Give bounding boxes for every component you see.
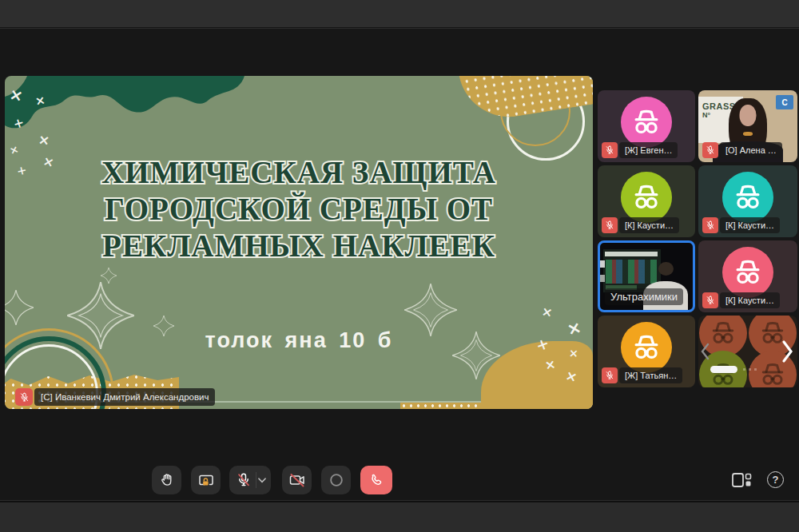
share-screen-lock-icon bbox=[197, 470, 216, 490]
previous-page-arrow-icon[interactable] bbox=[700, 342, 710, 361]
person-scarf bbox=[743, 132, 753, 136]
participant-name-text: [К] Каусти… bbox=[720, 292, 780, 308]
hand-icon bbox=[158, 471, 176, 489]
participant-name-text: [К] Каусти… bbox=[619, 217, 679, 233]
more-participants-pill bbox=[710, 366, 737, 373]
share-screen-button[interactable] bbox=[191, 466, 221, 494]
participant-name-label: [Ж] Евген… bbox=[602, 142, 678, 158]
participant-tile[interactable]: [К] Каусти… bbox=[598, 165, 695, 237]
mic-muted-icon bbox=[702, 217, 718, 233]
participant-tile[interactable]: [Ж] Евген… bbox=[598, 90, 695, 162]
incognito-icon bbox=[706, 316, 740, 350]
camera-off-button[interactable] bbox=[282, 466, 312, 494]
participant-tile[interactable]: [К] Каусти… bbox=[698, 240, 797, 312]
presenter-name-label: [С] Иванкевич Дмитрий Александрович bbox=[15, 388, 215, 406]
participant-name-text: [О] Алена … bbox=[720, 142, 782, 158]
participant-name-text: [Ж] Татьян… bbox=[619, 367, 682, 383]
next-page-arrow-icon[interactable] bbox=[781, 339, 794, 363]
phone-icon bbox=[368, 471, 385, 489]
participant-tile[interactable]: [Ж] Татьян… bbox=[598, 316, 695, 387]
participant-overflow-tile[interactable] bbox=[698, 316, 797, 387]
participant-name-label: [К] Каусти… bbox=[702, 292, 780, 308]
cross-mark bbox=[34, 94, 46, 108]
wall-detail bbox=[600, 275, 605, 282]
incognito-icon bbox=[628, 104, 665, 141]
meeting-app-window: ХИМИЧЕСКАЯ ЗАЩИТА ГОРОДСКОЙ СРЕДЫ ОТ РЕК… bbox=[0, 0, 799, 532]
mic-muted-icon bbox=[15, 388, 33, 406]
help-glyph: ? bbox=[773, 474, 779, 486]
cross-mark bbox=[541, 305, 554, 320]
slide-title-line: РЕКЛАМНЫХ НАКЛЕЕК bbox=[5, 228, 593, 264]
mic-muted-icon bbox=[702, 142, 718, 158]
cross-mark bbox=[544, 358, 557, 372]
wall-detail bbox=[600, 260, 605, 268]
participant-name-label: Ультрахимики bbox=[605, 288, 683, 305]
participant-tile[interactable]: GRASS N° C [О] Алена … bbox=[698, 90, 797, 162]
mic-muted-icon bbox=[602, 367, 618, 383]
avatar bbox=[621, 97, 672, 148]
screen-share-stage: ХИМИЧЕСКАЯ ЗАЩИТА ГОРОДСКОЙ СРЕДЫ ОТ РЕК… bbox=[5, 76, 593, 409]
camera-off-icon bbox=[288, 470, 307, 490]
record-button[interactable] bbox=[321, 466, 351, 494]
slide-subtitle: толок яна 10 б bbox=[5, 328, 593, 353]
person-face bbox=[740, 105, 757, 126]
participant-name-label: [О] Алена … bbox=[702, 142, 782, 158]
more-participants-dots bbox=[741, 368, 759, 371]
incognito-icon bbox=[628, 329, 665, 366]
sparkle-star bbox=[5, 290, 34, 325]
incognito-icon bbox=[729, 254, 766, 291]
participant-name-text: [К] Каусти… bbox=[720, 217, 780, 233]
help-button[interactable]: ? bbox=[767, 471, 784, 488]
person-head bbox=[658, 262, 674, 276]
presenter-name-text: [С] Иванкевич Дмитрий Александрович bbox=[34, 388, 215, 406]
chevron-down-icon[interactable] bbox=[258, 478, 266, 483]
slide-title: ХИМИЧЕСКАЯ ЗАЩИТА ГОРОДСКОЙ СРЕДЫ ОТ РЕК… bbox=[5, 154, 593, 264]
window-titlebar bbox=[0, 0, 799, 28]
avatar bbox=[621, 322, 672, 373]
participant-name-label: [Ж] Татьян… bbox=[602, 367, 682, 383]
mic-muted-icon bbox=[602, 142, 618, 158]
mic-muted-icon bbox=[702, 292, 718, 308]
participant-name-label: [К] Каусти… bbox=[702, 217, 780, 233]
end-call-button[interactable] bbox=[360, 466, 392, 494]
sparkle-star bbox=[101, 268, 117, 284]
slide-title-line: ХИМИЧЕСКАЯ ЗАЩИТА bbox=[5, 154, 593, 191]
incognito-icon bbox=[729, 179, 766, 216]
mic-muted-icon bbox=[602, 217, 618, 233]
participant-tile-active-speaker[interactable]: Ультрахимики bbox=[598, 240, 695, 312]
cross-mark bbox=[38, 133, 50, 148]
participant-name-text: Ультрахимики bbox=[605, 288, 683, 305]
mic-muted-icon bbox=[235, 471, 252, 489]
raise-hand-button[interactable] bbox=[152, 466, 181, 494]
participant-name-label: [К] Каусти… bbox=[602, 217, 679, 233]
window-bottom-strip bbox=[0, 501, 799, 532]
record-circle-icon bbox=[328, 471, 345, 489]
avatar bbox=[722, 247, 773, 298]
slide-title-line: ГОРОДСКОЙ СРЕДЫ ОТ bbox=[5, 191, 593, 228]
microphone-mute-button[interactable] bbox=[229, 466, 271, 494]
participant-name-text: [Ж] Евген… bbox=[619, 142, 678, 158]
wall-logo: C bbox=[776, 95, 793, 109]
screen-content bbox=[606, 260, 657, 284]
participant-tile[interactable]: [К] Каусти… bbox=[698, 165, 797, 237]
layout-view-button[interactable] bbox=[731, 472, 752, 491]
button-divider bbox=[256, 472, 256, 488]
screen-top-band bbox=[605, 252, 658, 256]
incognito-icon bbox=[628, 179, 665, 216]
layout-grid-icon bbox=[731, 472, 752, 488]
avatar bbox=[621, 172, 672, 223]
avatar bbox=[722, 172, 773, 223]
